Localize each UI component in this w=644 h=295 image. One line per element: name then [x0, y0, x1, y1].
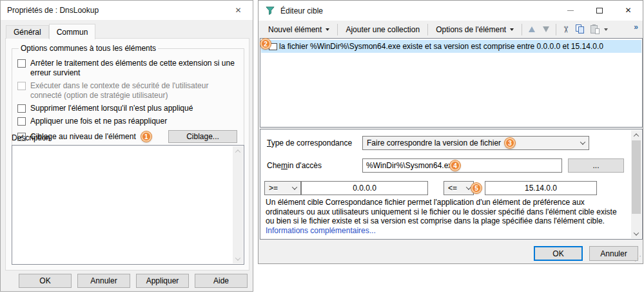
paste-icon[interactable]	[590, 24, 600, 34]
filter-icon	[265, 6, 275, 15]
ok-button[interactable]: OK	[534, 246, 583, 261]
tab-commun[interactable]: Commun	[49, 24, 96, 39]
match-type-value: Faire correspondre la version de fichier	[367, 138, 501, 148]
tab-page-commun: Options communes à tous les éléments Arr…	[5, 38, 249, 271]
description-textarea[interactable]	[12, 145, 244, 265]
chevron-down-icon	[292, 184, 297, 189]
textarea-scrollbar[interactable]	[233, 146, 243, 263]
cancel-button[interactable]: Annuler	[77, 274, 130, 288]
new-item-button[interactable]: Nouvel élément	[263, 23, 335, 37]
move-down-icon[interactable]	[541, 24, 551, 35]
group-title: Options communes à tous les éléments	[19, 44, 158, 53]
chevron-down-icon	[326, 28, 329, 31]
checkbox-remove-item[interactable]	[17, 104, 26, 113]
close-icon[interactable]: ✕	[224, 1, 253, 20]
match-type-label: Type de correspondance	[267, 138, 352, 148]
copy-icon[interactable]	[576, 24, 585, 34]
annotation-badge-2: 2	[260, 39, 271, 49]
description-label: Description	[12, 133, 50, 142]
max-operator-select[interactable]: <=	[444, 181, 474, 195]
paste-dropdown-icon[interactable]	[604, 28, 608, 31]
add-collection-label: Ajouter une collection	[346, 25, 420, 34]
scrollbar-thumb[interactable]	[632, 140, 641, 214]
properties-title: Propriétés de : DnsLookup	[7, 6, 99, 15]
targeting-button[interactable]: Ciblage...	[168, 130, 237, 143]
chevron-down-icon	[580, 139, 585, 144]
toolbar-separator	[556, 24, 556, 35]
target-editor-dialog: Éditeur cible ✕ Nouvel élément Ajouter u…	[258, 0, 643, 264]
min-operator-select[interactable]: >=	[264, 181, 301, 195]
ok-button[interactable]: OK	[19, 274, 72, 288]
checkbox-row-security-context: Exécuter dans le contexte de sécurité de…	[17, 81, 239, 100]
min-operator-value: >=	[269, 184, 278, 193]
toolbar-overflow-icon[interactable]: »	[634, 23, 638, 32]
annotation-badge-5: 5	[471, 183, 482, 193]
list-item-file-match[interactable]: la fichier %WinDir%\Sysmon64.exe existe …	[261, 40, 641, 53]
cancel-button[interactable]: Annuler	[589, 246, 638, 261]
checkbox-label: Exécuter dans le contexte de sécurité de…	[30, 81, 239, 100]
path-label: Chemin d'accès	[267, 161, 322, 170]
scroll-down-icon[interactable]	[233, 254, 243, 263]
checkbox-label: Supprimer l'élément lorsqu'il n'est plus…	[30, 104, 193, 113]
chevron-down-icon	[466, 184, 471, 189]
scroll-up-icon[interactable]	[631, 130, 641, 140]
panel-scrollbar[interactable]	[631, 130, 641, 238]
checkbox-label: Arrêter le traitement des éléments de ce…	[30, 59, 239, 78]
target-items-list[interactable]: la fichier %WinDir%\Sysmon64.exe existe …	[260, 38, 643, 128]
target-editor-titlebar[interactable]: Éditeur cible ✕	[259, 1, 643, 21]
resize-grip[interactable]: ⋰	[634, 254, 641, 263]
target-editor-title: Éditeur cible	[280, 6, 323, 15]
checkbox-apply-once[interactable]	[17, 117, 26, 126]
chevron-down-icon	[510, 28, 514, 31]
help-text-body: Un élément cible Correspondance fichier …	[266, 198, 617, 225]
annotation-badge-1: 1	[141, 131, 151, 142]
max-operator-value: <=	[448, 184, 457, 193]
toolbar-separator	[427, 24, 428, 35]
max-version-input[interactable]	[485, 181, 597, 195]
browse-button[interactable]: ...	[568, 158, 624, 173]
add-collection-button[interactable]: Ajouter une collection	[340, 23, 425, 37]
desktop: Propriétés de : DnsLookup ✕ Général Comm…	[0, 0, 644, 295]
match-type-select[interactable]: Faire correspondre la version de fichier…	[362, 136, 589, 150]
checkbox-stop-processing[interactable]	[17, 59, 26, 68]
dialog-button-row: OK Annuler Appliquer Aide	[1, 274, 248, 288]
properties-titlebar[interactable]: Propriétés de : DnsLookup ✕	[1, 1, 253, 20]
checkbox-row-apply-once: Appliquer une fois et ne pas réappliquer	[17, 117, 239, 126]
tabstrip: Général Commun	[6, 25, 95, 39]
toolbar: Nouvel élément Ajouter une collection Op…	[259, 21, 643, 38]
apply-button[interactable]: Appliquer	[136, 274, 189, 288]
checkbox-row-stop-processing: Arrêter le traitement des éléments de ce…	[17, 59, 239, 78]
annotation-badge-4: 4	[450, 160, 460, 171]
checkbox-row-item-targeting: ✓ Ciblage au niveau de l'élément 1 Cibla…	[17, 130, 239, 143]
dialog-button-row: OK Annuler	[534, 246, 638, 261]
help-button[interactable]: Aide	[195, 274, 248, 288]
minimize-icon[interactable]	[556, 1, 585, 20]
maximize-icon[interactable]	[585, 1, 614, 20]
checkbox-security-context	[17, 82, 26, 90]
item-options-button[interactable]: Options de l'élément	[431, 23, 519, 37]
checkbox-label: Appliquer une fois et ne pas réappliquer	[30, 117, 167, 126]
list-item-text: la fichier %WinDir%\Sysmon64.exe existe …	[279, 42, 603, 51]
min-version-input[interactable]	[301, 181, 428, 195]
cut-icon[interactable]: ✂	[561, 26, 571, 33]
help-text: Un élément cible Correspondance fichier …	[266, 198, 625, 235]
item-options-label: Options de l'élément	[436, 25, 506, 34]
close-icon[interactable]: ✕	[614, 1, 643, 20]
toolbar-separator	[337, 24, 338, 35]
move-up-icon[interactable]	[527, 24, 537, 35]
tab-general[interactable]: Général	[6, 25, 49, 39]
item-properties-panel: Type de correspondance Faire correspondr…	[260, 129, 643, 240]
new-item-label: Nouvel élément	[268, 25, 322, 34]
more-info-link[interactable]: Informations complémentaires...	[266, 226, 376, 235]
toolbar-separator	[522, 24, 522, 35]
checkbox-row-remove-item: Supprimer l'élément lorsqu'il n'est plus…	[17, 104, 239, 113]
properties-dialog: Propriétés de : DnsLookup ✕ Général Comm…	[0, 0, 253, 292]
scroll-down-icon[interactable]	[631, 229, 641, 238]
path-input[interactable]	[362, 158, 562, 173]
scroll-up-icon[interactable]	[233, 146, 243, 156]
annotation-badge-3: 3	[505, 138, 515, 148]
